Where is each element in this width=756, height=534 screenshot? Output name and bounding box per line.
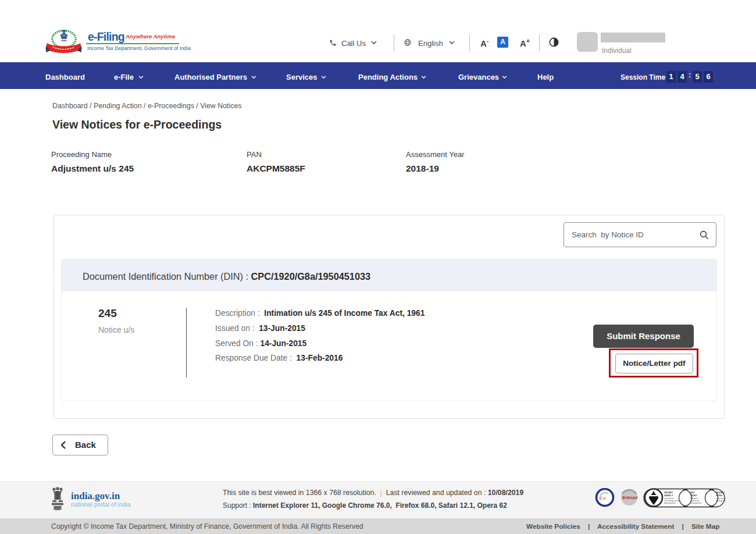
svg-text:Management: Management (690, 502, 702, 504)
svg-text:Management: Management (716, 500, 726, 502)
svg-text:20000-1: 20000-1 (664, 494, 673, 497)
svg-text:Management: Management (664, 502, 676, 504)
svg-text:Entrust: Entrust (622, 495, 638, 500)
svg-text:27001: 27001 (716, 494, 723, 497)
svg-text:22301: 22301 (690, 494, 697, 497)
